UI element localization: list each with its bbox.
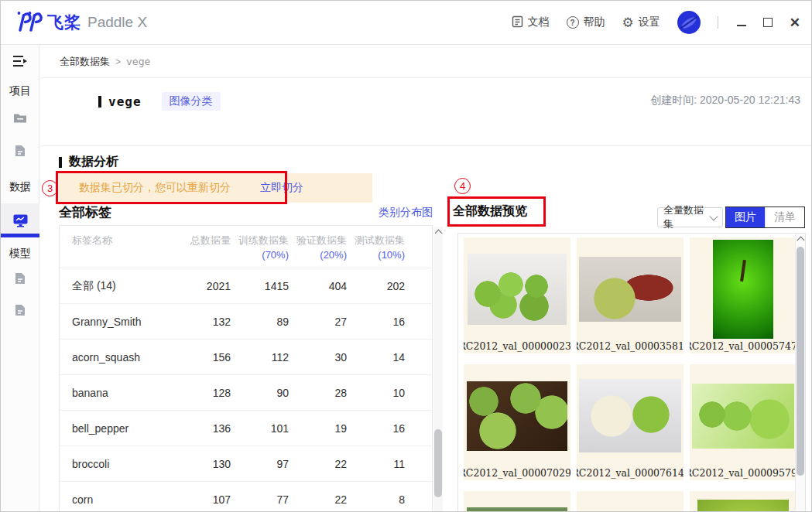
- title-marker: [98, 96, 101, 108]
- annotation-step-3: 3: [42, 180, 58, 196]
- view-toggle: 图片 清单: [725, 207, 805, 228]
- help-icon: ?: [567, 16, 579, 29]
- table-row[interactable]: 全部 (14) 2021 1415 404 202: [60, 268, 432, 304]
- sidebar-item-dataset-active[interactable]: [1, 203, 39, 237]
- table-scroll-thumb[interactable]: [434, 429, 442, 497]
- settings-menu-item[interactable]: ⚙ 设置: [622, 15, 660, 29]
- preview-scroll-thumb[interactable]: [797, 247, 804, 476]
- table-row[interactable]: Granny_Smith 132 89 27 16: [60, 304, 432, 340]
- table-row[interactable]: bell_pepper 136 101 19 16: [60, 411, 432, 446]
- view-image-button[interactable]: 图片: [726, 207, 765, 227]
- table-row[interactable]: broccoli 130 97 22 11: [60, 446, 432, 482]
- thumbnail-wrapper: [690, 237, 797, 340]
- view-list-button[interactable]: 清单: [765, 207, 804, 227]
- labels-table-body: 全部 (14) 2021 1415 404 202 Granny_Smith 1…: [60, 268, 432, 512]
- maximize-button[interactable]: [763, 18, 773, 27]
- help-menu-item[interactable]: ? 帮助: [567, 15, 605, 29]
- table-scrollbar[interactable]: [433, 227, 443, 512]
- image-filename: ILSVRC2012_val_00000023.JPEG: [464, 340, 570, 353]
- table-header-cell: 总数据量: [172, 233, 231, 262]
- thumbnail-wrapper: [577, 364, 684, 467]
- folder-icon: [13, 113, 27, 124]
- split-banner-message: 数据集已切分，您可以重新切分: [79, 181, 231, 195]
- data-preview-panel: ILSVRC2012_val_00000023.JPEG ILSVRC2012_…: [457, 233, 806, 512]
- table-header-cell: 验证数据集(20%): [289, 233, 347, 262]
- thumbnail-image: [697, 500, 789, 512]
- sidebar-section-data: 数据: [1, 180, 39, 194]
- image-card[interactable]: ILSVRC2012_val_00007614.JPEG: [577, 364, 684, 480]
- sidebar-item-project-list[interactable]: [1, 113, 39, 124]
- thumbnail-wrapper: [577, 237, 684, 340]
- scroll-up-icon[interactable]: [433, 227, 443, 237]
- preview-scrollbar[interactable]: [795, 234, 805, 512]
- file-icon: [15, 304, 26, 316]
- table-header-cell: 训练数据集(70%): [231, 233, 289, 262]
- user-avatar[interactable]: [677, 11, 701, 34]
- image-filename: ILSVRC2012_val_00009579.JPEG: [690, 467, 797, 480]
- sidebar-item-model-doc-1[interactable]: [1, 272, 39, 285]
- sidebar-item-project-doc[interactable]: [1, 145, 39, 157]
- collapse-sidebar-button[interactable]: [1, 55, 39, 67]
- document-icon: [512, 15, 523, 30]
- dataset-filter-value: 全量数据集: [663, 203, 711, 231]
- image-card[interactable]: [577, 491, 684, 512]
- section-marker: [59, 157, 62, 168]
- paddlex-window: 飞桨 Paddle X 文档 ? 帮助 ⚙ 设置 ✕: [0, 0, 812, 512]
- paddle-logo-icon: [15, 11, 43, 35]
- breadcrumb-current: vege: [126, 56, 150, 67]
- sidebar-item-model-doc-2[interactable]: [1, 304, 39, 316]
- dataset-header: vege 图像分类 创建时间: 2020-05-20 12:21:43: [40, 79, 811, 146]
- thumbnail-image: [713, 240, 773, 339]
- active-indicator: [1, 234, 39, 237]
- close-button[interactable]: ✕: [790, 16, 800, 29]
- docs-menu-item[interactable]: 文档: [512, 15, 550, 30]
- thumbnail-wrapper: [577, 491, 684, 512]
- collapse-icon: [13, 55, 28, 67]
- image-card[interactable]: [464, 491, 570, 512]
- breadcrumb-separator: >: [115, 56, 121, 67]
- paddlex-logo: 飞桨 Paddle X: [15, 11, 147, 35]
- help-label: 帮助: [584, 15, 605, 29]
- maximize-icon: [763, 18, 773, 27]
- preview-section-title: 全部数据预览: [453, 203, 527, 220]
- image-card[interactable]: ILSVRC2012_val_00003581.JPEG: [577, 237, 684, 353]
- sidebar-section-model: 模型: [1, 247, 39, 261]
- thumbnail-image: [467, 381, 567, 451]
- image-card[interactable]: ILSVRC2012_val_00007029.JPEG: [464, 364, 570, 480]
- file-icon: [15, 272, 26, 285]
- window-controls-divider: [718, 16, 718, 29]
- brand-name-en: Paddle X: [87, 14, 147, 31]
- left-sidebar: 项目 数据 模型: [1, 46, 39, 511]
- top-bar: 飞桨 Paddle X 文档 ? 帮助 ⚙ 设置 ✕: [1, 1, 811, 45]
- thumbnail-wrapper: [464, 237, 570, 340]
- docs-label: 文档: [528, 15, 550, 29]
- thumbnail-image: [692, 384, 794, 449]
- image-card[interactable]: ILSVRC2012_val_00000023.JPEG: [464, 237, 570, 353]
- thumbnail-image: [468, 254, 567, 325]
- image-card[interactable]: ILSVRC2012_val_00009579.JPEG: [690, 364, 797, 480]
- created-time: 创建时间: 2020-05-20 12:21:43: [650, 94, 800, 108]
- close-icon: ✕: [790, 16, 800, 29]
- table-row[interactable]: corn 107 77 22 8: [60, 482, 432, 512]
- table-row[interactable]: banana 128 90 28 10: [60, 375, 432, 411]
- labels-table-header: 标签名称 总数据量 训练数据集(70%) 验证数据集(20%) 测试数据集(10…: [60, 226, 432, 268]
- gear-icon: ⚙: [622, 16, 634, 29]
- settings-label: 设置: [639, 15, 660, 29]
- breadcrumb-all-datasets[interactable]: 全部数据集: [60, 55, 110, 69]
- thumbnail-wrapper: [690, 364, 797, 467]
- thumbnail-wrapper: [690, 491, 797, 512]
- image-card[interactable]: [690, 491, 797, 512]
- split-now-link[interactable]: 立即切分: [260, 181, 303, 195]
- image-filename: ILSVRC2012_val_00003581.JPEG: [577, 340, 684, 353]
- table-row[interactable]: acorn_squash 156 112 30 14: [60, 340, 432, 375]
- image-card[interactable]: ILSVRC2012_val_00005747.JPEG: [690, 237, 797, 353]
- dataset-filter-dropdown[interactable]: 全量数据集: [657, 207, 723, 227]
- scroll-up-icon[interactable]: [796, 234, 805, 244]
- thumbnail-image: [579, 257, 681, 322]
- category-distribution-link[interactable]: 类别分布图: [59, 206, 433, 220]
- breadcrumb: 全部数据集 > vege: [40, 46, 811, 78]
- dataset-name: vege: [108, 94, 142, 109]
- table-header-cell: 测试数据集(10%): [347, 233, 405, 262]
- image-filename: ILSVRC2012_val_00007614.JPEG: [577, 467, 684, 480]
- minimize-button[interactable]: [737, 19, 746, 26]
